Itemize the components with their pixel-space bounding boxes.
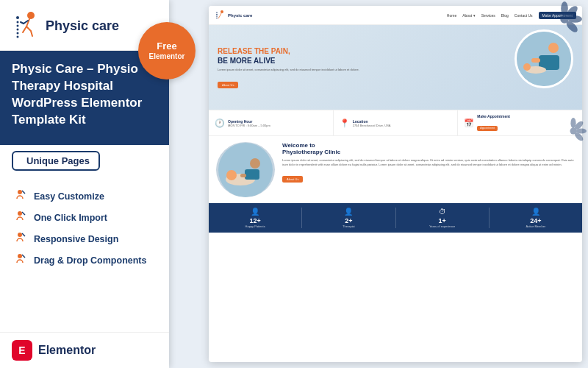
welcome-text-area: Welcome to Physiotherapy Clinic Lorem ip… (282, 142, 575, 197)
welcome-title-line2: Physiotherapy Clinic (282, 149, 340, 155)
nav-link-about[interactable]: About ▾ (462, 13, 475, 18)
features-list: Easy Customize One Click Import Responsi… (0, 180, 169, 332)
elementor-e-letter: E (18, 344, 25, 356)
svg-point-13 (18, 254, 22, 258)
stat-experience: ⏱ 1+ Years of experience (396, 208, 490, 228)
preview-hero: RELEASE THE PAIN, BE MORE ALIVE Lorem ip… (209, 25, 582, 110)
free-elementor-badge: Free Elementor (138, 22, 196, 79)
welcome-title: Welcome to Physiotherapy Clinic (282, 142, 575, 155)
stat-icon-experience: ⏱ (396, 208, 489, 216)
elementor-label: Elementor (38, 344, 96, 357)
features-section: Unique Pages (0, 145, 169, 180)
welcome-title-line1: Welcome to (282, 142, 315, 149)
stat-happy-patients: 👤 12+ Happy Patients (209, 208, 302, 228)
feature-label-1: Easy Customize (34, 191, 104, 202)
card-opening-detail: MON TO FRI : 9:00am – 5:00pm (228, 124, 270, 127)
svg-rect-40 (245, 169, 259, 180)
svg-point-19 (560, 15, 569, 24)
website-preview: Physic care Home About ▾ Services Blog C… (209, 6, 582, 362)
card-appointment-info: Make Appointment Appointment (477, 114, 510, 132)
preview-info-cards: 🕐 Opening Hour MON TO FRI : 9:00am – 5:0… (209, 110, 582, 136)
feature-responsive: Responsive Design (12, 231, 157, 247)
feature-icon-1 (12, 188, 28, 205)
svg-point-2 (17, 21, 19, 24)
svg-point-0 (27, 12, 35, 19)
feature-one-click: One Click Import (12, 210, 157, 226)
stat-label-active: Active Member (490, 224, 582, 228)
welcome-image-circle (216, 142, 275, 197)
calendar-icon: 📅 (464, 118, 474, 128)
svg-line-12 (22, 233, 25, 236)
svg-point-29 (216, 17, 218, 18)
svg-point-6 (17, 36, 19, 38)
nav-link-blog[interactable]: Blog (501, 13, 509, 18)
svg-point-38 (226, 170, 237, 180)
stat-icon-therapist: 👤 (302, 208, 395, 216)
hero-text: RELEASE THE PAIN, BE MORE ALIVE Lorem ip… (218, 46, 573, 89)
preview-nav: Physic care Home About ▾ Services Blog C… (209, 6, 582, 25)
svg-rect-41 (240, 174, 246, 177)
stat-icon-patients: 👤 (209, 208, 301, 216)
hero-title-line2: BE MORE ALIVE (218, 56, 573, 66)
location-icon: 📍 (340, 118, 350, 128)
svg-point-3 (17, 25, 19, 27)
free-badge-line2: Elementor (149, 52, 185, 61)
svg-point-9 (18, 211, 22, 216)
right-panel: Physic care Home About ▾ Services Blog C… (169, 0, 588, 368)
preview-nav-brand-text: Physic care (228, 13, 252, 18)
card-location: 📍 Location 2704 Beechwood Drive, USA (334, 110, 459, 135)
stat-number-therapist: 2+ (302, 217, 395, 224)
preview-welcome-section: Welcome to Physiotherapy Clinic Lorem ip… (209, 136, 582, 203)
svg-point-26 (216, 12, 218, 13)
hero-cta-button[interactable]: About Us (218, 82, 238, 88)
svg-point-24 (570, 128, 577, 135)
hero-body: Lorem ipsum dolor sit amet, consectetur … (218, 68, 573, 72)
card-location-info: Location 2704 Beechwood Drive, USA (353, 119, 391, 127)
stat-label-experience: Years of experience (396, 224, 489, 228)
stat-therapist: 👤 2+ Therapist (302, 208, 395, 228)
feature-label-2: One Click Import (34, 213, 107, 223)
card-appointment-title: Make Appointment (477, 114, 510, 118)
appointment-button[interactable]: Appointment (477, 126, 498, 131)
stat-number-experience: 1+ (396, 217, 489, 224)
decorative-flower-right (560, 118, 587, 144)
feature-icon-2 (12, 210, 28, 226)
svg-point-39 (250, 158, 260, 169)
hero-title: RELEASE THE PAIN, BE MORE ALIVE (218, 46, 573, 66)
nav-link-contact[interactable]: Contact Us (514, 13, 533, 18)
svg-point-11 (18, 233, 22, 237)
feature-label-3: Responsive Design (34, 234, 118, 244)
svg-point-4 (17, 29, 19, 31)
svg-line-8 (22, 191, 25, 194)
welcome-body-text: Lorem ipsum dolor sit amet, consectetur … (282, 158, 575, 168)
nav-link-home[interactable]: Home (447, 13, 456, 18)
elementor-logo-badge: E (12, 340, 32, 361)
svg-point-1 (16, 16, 19, 19)
welcome-about-button[interactable]: About Us (282, 176, 303, 183)
welcome-image-svg (218, 143, 273, 197)
svg-line-14 (22, 255, 25, 258)
svg-point-28 (216, 15, 218, 17)
card-opening-info: Opening Hour MON TO FRI : 9:00am – 5:00p… (228, 119, 270, 127)
decorative-flower-top (547, 1, 582, 37)
card-location-detail: 2704 Beechwood Drive, USA (353, 124, 391, 127)
nav-link-services[interactable]: Services (481, 13, 495, 18)
stat-number-patients: 12+ (209, 217, 301, 224)
feature-drag-drop: Drag & Drop Components (12, 252, 157, 269)
feature-icon-3 (12, 231, 28, 247)
stat-label-patients: Happy Patients (209, 224, 301, 228)
stat-active-member: 👤 24+ Active Member (490, 208, 582, 228)
card-opening-hour: 🕐 Opening Hour MON TO FRI : 9:00am – 5:0… (209, 110, 334, 135)
svg-point-7 (18, 190, 22, 194)
preview-nav-logo: Physic care (215, 10, 252, 21)
elementor-footer: E Elementor (0, 332, 169, 368)
svg-point-25 (220, 10, 223, 13)
feature-easy-customize: Easy Customize (12, 188, 157, 205)
feature-icon-4 (12, 252, 28, 269)
preview-stats-bar: 👤 12+ Happy Patients 👤 2+ Therapist ⏱ 1+… (209, 203, 582, 233)
free-badge-line1: Free (157, 40, 176, 52)
brand-logo-icon (12, 10, 40, 43)
brand-name: Physic care (46, 19, 119, 34)
preview-nav-logo-icon (215, 10, 225, 21)
clock-icon: 🕐 (215, 118, 225, 128)
